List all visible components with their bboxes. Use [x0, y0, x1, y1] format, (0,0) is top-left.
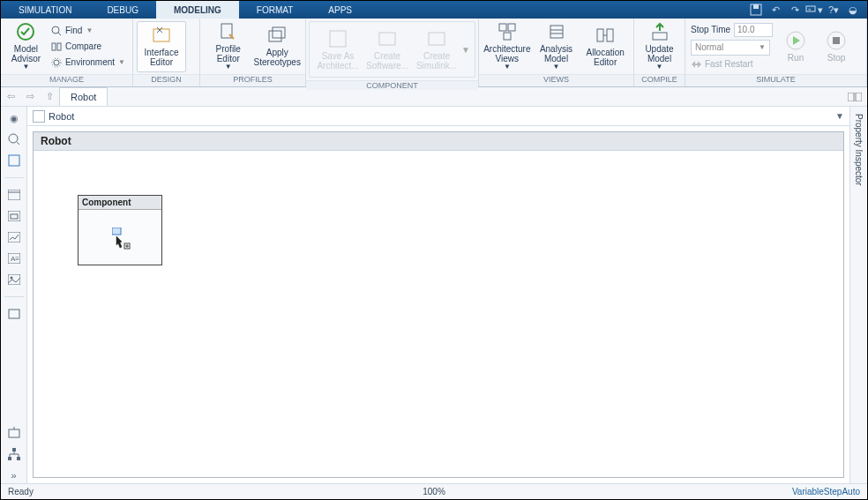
- environment-button[interactable]: Environment ▼: [48, 55, 129, 71]
- status-ready: Ready: [8, 487, 34, 496]
- fast-restart-icon: [691, 60, 701, 69]
- tab-simulation[interactable]: SIMULATION: [1, 1, 89, 19]
- palette-fit-icon[interactable]: [6, 153, 22, 168]
- check-icon: [16, 22, 35, 41]
- create-simulink-button: Create Simulink...: [412, 24, 461, 75]
- group-label-simulate: SIMULATE: [685, 74, 866, 86]
- status-zoom[interactable]: 100%: [423, 487, 445, 496]
- allocation-editor-button[interactable]: Allocation Editor: [580, 21, 630, 72]
- svg-rect-15: [330, 31, 346, 47]
- help-icon[interactable]: ?▾: [825, 3, 842, 17]
- svg-rect-44: [9, 310, 19, 318]
- find-button[interactable]: Find ▼: [48, 23, 129, 39]
- interface-editor-button[interactable]: Interface Editor: [137, 21, 186, 72]
- svg-rect-17: [429, 33, 445, 45]
- tab-modeling[interactable]: MODELING: [156, 1, 239, 19]
- svg-rect-11: [153, 29, 169, 41]
- stop-time-label: Stop Time: [691, 25, 730, 34]
- svg-rect-19: [508, 24, 515, 31]
- tile-windows-icon[interactable]: [842, 87, 867, 106]
- tab-format[interactable]: FORMAT: [239, 1, 311, 19]
- compare-button[interactable]: Compare: [48, 39, 129, 55]
- nav-up-icon[interactable]: ⇧: [40, 87, 59, 106]
- undo-icon[interactable]: ↶: [767, 3, 784, 17]
- apply-stereotypes-button[interactable]: Apply Stereotypes: [253, 21, 303, 72]
- svg-point-32: [9, 134, 18, 143]
- svg-line-33: [17, 142, 19, 145]
- nav-back-icon[interactable]: ⇦: [1, 87, 20, 106]
- fast-restart-toggle[interactable]: Fast Restart: [691, 57, 773, 71]
- svg-rect-48: [8, 457, 11, 460]
- redo-icon[interactable]: ↷: [786, 3, 804, 17]
- svg-point-43: [10, 277, 12, 280]
- svg-rect-49: [17, 457, 20, 460]
- svg-rect-30: [848, 93, 854, 101]
- palette-zoom-icon[interactable]: [6, 131, 22, 147]
- canvas[interactable]: Robot Component: [33, 131, 844, 478]
- editor: Robot ▼ Robot Component: [27, 107, 849, 483]
- file-tab-robot[interactable]: Robot: [59, 87, 108, 106]
- update-icon: [650, 22, 670, 41]
- svg-rect-24: [597, 29, 603, 41]
- component-block[interactable]: Component: [78, 195, 162, 265]
- search-icon: [51, 26, 62, 36]
- palette-window-icon[interactable]: [6, 187, 22, 203]
- nav-forward-icon[interactable]: ⇨: [20, 87, 40, 106]
- svg-rect-31: [856, 93, 862, 101]
- palette-chart-icon[interactable]: [6, 229, 22, 245]
- breadcrumb-dropdown-icon[interactable]: ▼: [835, 111, 844, 121]
- architecture-views-button[interactable]: Architecture Views▼: [483, 21, 532, 72]
- group-label-compile: COMPILE: [634, 74, 685, 86]
- svg-point-9: [54, 60, 59, 65]
- run-button: Run: [778, 21, 813, 72]
- svg-point-5: [52, 26, 59, 34]
- svg-text:A≡: A≡: [11, 255, 19, 263]
- model-advisor-button[interactable]: Model Advisor▼: [4, 21, 48, 72]
- stop-time-row: Stop Time: [691, 22, 773, 38]
- group-label-design: DESIGN: [133, 74, 199, 86]
- create-sw-icon: [378, 29, 397, 49]
- compare-icon: [51, 41, 62, 52]
- svg-rect-16: [379, 33, 395, 45]
- interface-editor-icon: [152, 26, 171, 45]
- stop-time-input[interactable]: [734, 23, 773, 37]
- svg-rect-20: [504, 33, 511, 40]
- create-sim-icon: [427, 29, 446, 49]
- component-label: Component: [79, 196, 161, 210]
- tab-apps[interactable]: APPS: [311, 1, 370, 19]
- svg-rect-29: [833, 37, 840, 44]
- svg-rect-39: [8, 232, 20, 243]
- analysis-model-button[interactable]: Analysis Model▼: [532, 21, 581, 72]
- svg-rect-13: [269, 31, 281, 41]
- palette-expand-icon[interactable]: »: [6, 467, 22, 483]
- group-label-profiles: PROFILES: [200, 74, 305, 86]
- palette-eye-icon[interactable]: ◉: [6, 110, 22, 126]
- palette-image-icon[interactable]: [6, 272, 22, 287]
- gear-icon: [51, 57, 62, 68]
- update-model-button[interactable]: Update Model▼: [638, 21, 681, 72]
- palette-hierarchy-icon[interactable]: [6, 446, 22, 462]
- save-as-architecture-button: Save As Architect...: [313, 24, 363, 75]
- main-tabstrip: SIMULATION DEBUG MODELING FORMAT APPS ↶ …: [1, 1, 867, 19]
- palette-rect-icon[interactable]: [6, 306, 22, 322]
- palette-text-icon[interactable]: A≡: [6, 250, 22, 266]
- palette-model-icon[interactable]: [6, 208, 22, 224]
- minimize-ribbon-icon[interactable]: ◒: [844, 3, 862, 17]
- svg-rect-26: [653, 33, 667, 40]
- group-label-manage: MANAGE: [1, 74, 132, 86]
- palette-scope-icon[interactable]: [6, 425, 22, 441]
- status-solver[interactable]: VariableStepAuto: [792, 487, 860, 496]
- profile-editor-button[interactable]: Profile Editor▼: [204, 21, 253, 72]
- tab-debug[interactable]: DEBUG: [89, 1, 156, 19]
- breadcrumb-model-icon[interactable]: [33, 110, 45, 123]
- profile-icon: [219, 22, 238, 41]
- allocation-icon: [595, 26, 615, 45]
- analysis-icon: [547, 22, 566, 41]
- save-icon[interactable]: [747, 3, 765, 17]
- breadcrumb-root[interactable]: Robot: [49, 111, 74, 122]
- add-signal-cursor-icon: [112, 228, 131, 250]
- sim-mode-dropdown[interactable]: Normal▼: [691, 40, 770, 56]
- group-label-views: VIEWS: [479, 74, 633, 86]
- property-inspector-tab[interactable]: Property Inspector: [849, 107, 867, 483]
- goto-icon[interactable]: »▾: [805, 3, 823, 17]
